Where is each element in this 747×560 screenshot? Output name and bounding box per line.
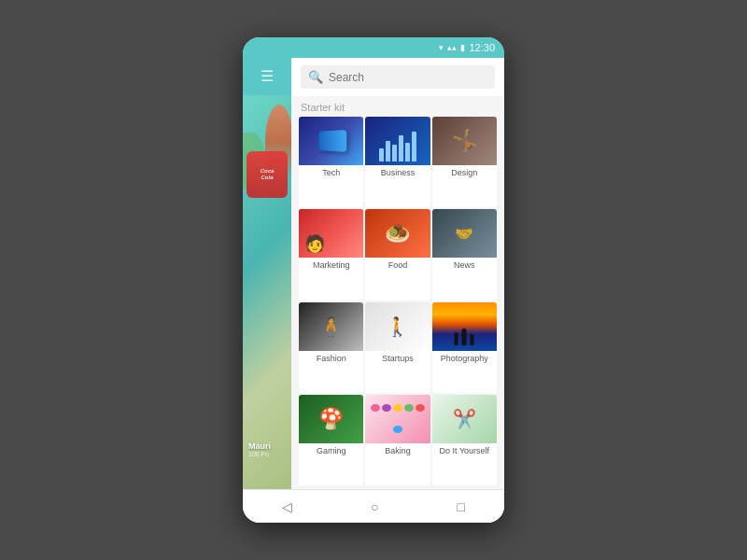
search-bar-container: 🔍 — [291, 58, 504, 96]
news-figure: 🤝 — [455, 225, 473, 243]
label-tech: Tech — [299, 165, 363, 180]
thumb-business — [365, 117, 430, 165]
thumb-design: 🤸 — [432, 117, 497, 165]
bar-chart — [379, 132, 416, 161]
bar-4 — [399, 135, 403, 161]
category-business[interactable]: Business — [365, 117, 430, 207]
category-tech[interactable]: Tech — [299, 117, 363, 207]
label-photography: Photography — [432, 351, 497, 366]
sil-2 — [462, 329, 467, 345]
bar-2 — [386, 141, 390, 161]
label-news: News — [432, 258, 497, 273]
category-startups[interactable]: 🚶 Startups — [365, 302, 430, 393]
label-diy: Do It Yourself — [432, 443, 497, 458]
macaron-2 — [382, 404, 391, 412]
marketing-figure: 🧑 — [304, 233, 325, 254]
thumb-baking — [365, 395, 430, 443]
macaron-1 — [371, 404, 380, 412]
startups-figure: 🚶 — [386, 315, 409, 338]
search-input[interactable] — [329, 71, 487, 84]
bar-1 — [379, 148, 384, 161]
thumb-marketing: 🧑 — [299, 209, 363, 258]
label-startups: Startups — [365, 351, 430, 366]
thumb-startups: 🚶 — [365, 302, 430, 351]
category-fashion[interactable]: 🧍 Fashion — [299, 302, 363, 393]
label-design: Design — [432, 165, 497, 180]
bar-3 — [392, 145, 397, 161]
macaron-5 — [416, 404, 425, 412]
thumb-food: 🧆 — [365, 209, 430, 258]
phone-frame: ▾ ▴▴ ▮ 12:30 ☰ CocaCola Mauri 100 Fo — [243, 37, 504, 523]
label-fashion: Fashion — [299, 351, 363, 366]
right-panel: 🔍 Starter kit Tech — [291, 58, 504, 489]
category-news[interactable]: 🤝 News — [432, 209, 497, 300]
label-food: Food — [365, 258, 430, 273]
user-background: CocaCola Mauri 100 Fo — [243, 95, 291, 489]
brand-label: CocaCola — [247, 151, 288, 198]
search-bar: 🔍 — [301, 65, 495, 89]
profile-sub: 100 Fo — [248, 451, 286, 457]
macaron-6 — [393, 426, 402, 433]
category-marketing[interactable]: 🧑 Marketing — [299, 209, 363, 300]
label-baking: Baking — [365, 443, 430, 458]
macaron-4 — [404, 404, 414, 412]
thumb-photography — [432, 302, 497, 351]
nav-home-button[interactable]: ○ — [359, 496, 389, 518]
wifi-icon: ▾ — [439, 43, 444, 52]
diy-figure: ✂️ — [453, 408, 476, 430]
profile-area: Mauri 100 Fo — [243, 438, 291, 461]
category-photography[interactable]: Photography — [432, 302, 497, 393]
thumb-tech — [299, 117, 363, 165]
nav-recent-button[interactable]: □ — [446, 496, 476, 518]
macaron-3 — [393, 404, 402, 412]
sil-3 — [471, 334, 474, 345]
thumb-diy: ✂️ — [432, 395, 497, 443]
status-time: 12:30 — [469, 42, 495, 53]
fashion-figure: 🧍 — [319, 315, 343, 338]
gaming-figure: 🍄 — [318, 407, 344, 431]
nav-bar: ◁ ○ □ — [243, 489, 504, 523]
thumb-fashion: 🧍 — [299, 302, 363, 351]
status-bar: ▾ ▴▴ ▮ 12:30 — [243, 37, 504, 58]
battery-icon: ▮ — [460, 43, 465, 52]
silhouettes — [455, 329, 474, 345]
bar-6 — [412, 132, 416, 161]
bar-5 — [405, 143, 410, 161]
nav-back-button[interactable]: ◁ — [271, 496, 303, 518]
hamburger-menu-icon[interactable]: ☰ — [261, 69, 274, 84]
left-panel: ☰ CocaCola Mauri 100 Fo — [243, 58, 291, 489]
label-business: Business — [365, 165, 430, 180]
category-gaming[interactable]: 🍄 Gaming — [299, 395, 363, 485]
categories-grid: Tech Business — [291, 117, 504, 489]
label-marketing: Marketing — [299, 258, 363, 273]
signal-icon: ▴▴ — [447, 43, 457, 52]
food-figure: 🧆 — [385, 221, 410, 245]
sil-1 — [455, 332, 458, 345]
category-diy[interactable]: ✂️ Do It Yourself — [432, 395, 497, 485]
thumb-news: 🤝 — [432, 209, 497, 258]
category-design[interactable]: 🤸 Design — [432, 117, 497, 207]
search-icon: 🔍 — [308, 70, 323, 84]
thumb-gaming: 🍄 — [299, 395, 363, 443]
main-area: ☰ CocaCola Mauri 100 Fo 🔍 — [243, 58, 504, 489]
category-food[interactable]: 🧆 Food — [365, 209, 430, 300]
section-label: Starter kit — [291, 96, 504, 117]
design-figure: 🤸 — [452, 129, 477, 153]
label-gaming: Gaming — [299, 443, 363, 458]
profile-name: Mauri — [248, 441, 286, 451]
category-baking[interactable]: Baking — [365, 395, 430, 485]
